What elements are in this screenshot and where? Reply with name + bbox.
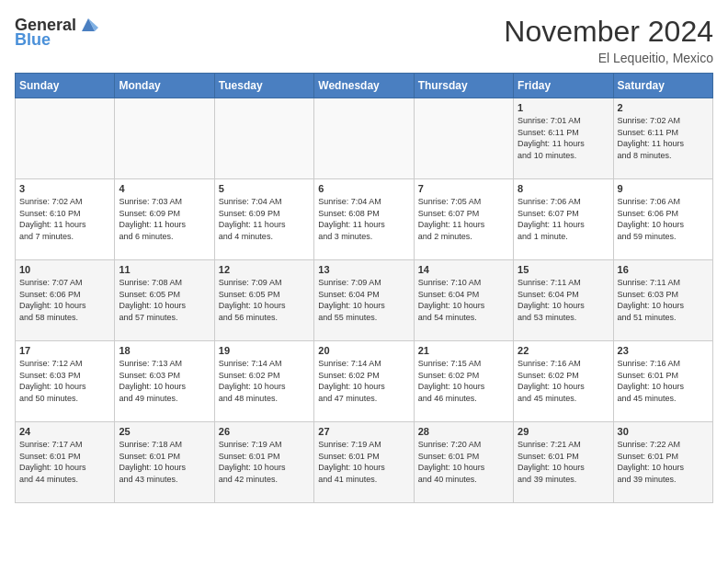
calendar-cell: 6Sunrise: 7:04 AM Sunset: 6:08 PM Daylig…	[314, 179, 414, 260]
day-number: 13	[318, 264, 409, 275]
day-number: 3	[19, 183, 110, 194]
day-info: Sunrise: 7:20 AM Sunset: 6:01 PM Dayligh…	[418, 439, 509, 485]
day-info: Sunrise: 7:05 AM Sunset: 6:07 PM Dayligh…	[418, 196, 509, 242]
calendar-cell: 27Sunrise: 7:19 AM Sunset: 6:01 PM Dayli…	[314, 422, 414, 503]
weekday-header-row: SundayMondayTuesdayWednesdayThursdayFrid…	[16, 74, 713, 98]
day-number: 25	[119, 426, 210, 437]
calendar-cell: 17Sunrise: 7:12 AM Sunset: 6:03 PM Dayli…	[16, 341, 115, 422]
calendar-cell	[414, 98, 513, 179]
calendar-row-3: 17Sunrise: 7:12 AM Sunset: 6:03 PM Dayli…	[16, 341, 713, 422]
weekday-header-sunday: Sunday	[16, 74, 115, 98]
weekday-header-monday: Monday	[115, 74, 214, 98]
logo-blue: Blue	[15, 31, 51, 48]
day-info: Sunrise: 7:12 AM Sunset: 6:03 PM Dayligh…	[19, 358, 110, 404]
calendar-row-0: 1Sunrise: 7:01 AM Sunset: 6:11 PM Daylig…	[16, 98, 713, 179]
calendar-cell: 30Sunrise: 7:22 AM Sunset: 6:01 PM Dayli…	[613, 422, 712, 503]
day-number: 21	[418, 345, 509, 356]
day-info: Sunrise: 7:14 AM Sunset: 6:02 PM Dayligh…	[219, 358, 310, 404]
day-info: Sunrise: 7:04 AM Sunset: 6:08 PM Dayligh…	[318, 196, 409, 242]
calendar-cell: 28Sunrise: 7:20 AM Sunset: 6:01 PM Dayli…	[414, 422, 513, 503]
day-number: 20	[318, 345, 409, 356]
calendar-cell	[115, 98, 214, 179]
calendar-cell: 9Sunrise: 7:06 AM Sunset: 6:06 PM Daylig…	[613, 179, 712, 260]
calendar-cell: 29Sunrise: 7:21 AM Sunset: 6:01 PM Dayli…	[514, 422, 613, 503]
calendar-cell: 16Sunrise: 7:11 AM Sunset: 6:03 PM Dayli…	[613, 260, 712, 341]
day-number: 24	[19, 426, 110, 437]
day-info: Sunrise: 7:11 AM Sunset: 6:03 PM Dayligh…	[618, 277, 709, 323]
day-info: Sunrise: 7:17 AM Sunset: 6:01 PM Dayligh…	[19, 439, 110, 485]
day-number: 1	[518, 102, 609, 113]
day-number: 11	[119, 264, 210, 275]
day-info: Sunrise: 7:21 AM Sunset: 6:01 PM Dayligh…	[518, 439, 609, 485]
day-number: 8	[518, 183, 609, 194]
weekday-header-wednesday: Wednesday	[314, 74, 414, 98]
calendar-cell: 20Sunrise: 7:14 AM Sunset: 6:02 PM Dayli…	[314, 341, 414, 422]
calendar-cell: 25Sunrise: 7:18 AM Sunset: 6:01 PM Dayli…	[115, 422, 214, 503]
calendar-cell: 5Sunrise: 7:04 AM Sunset: 6:09 PM Daylig…	[214, 179, 313, 260]
calendar-row-4: 24Sunrise: 7:17 AM Sunset: 6:01 PM Dayli…	[16, 422, 713, 503]
day-number: 27	[318, 426, 409, 437]
logo-icon	[78, 15, 98, 35]
day-number: 29	[518, 426, 609, 437]
day-number: 16	[618, 264, 709, 275]
calendar-row-2: 10Sunrise: 7:07 AM Sunset: 6:06 PM Dayli…	[16, 260, 713, 341]
day-number: 30	[618, 426, 709, 437]
calendar-cell: 4Sunrise: 7:03 AM Sunset: 6:09 PM Daylig…	[115, 179, 214, 260]
calendar-cell: 12Sunrise: 7:09 AM Sunset: 6:05 PM Dayli…	[214, 260, 313, 341]
day-number: 15	[518, 264, 609, 275]
day-info: Sunrise: 7:02 AM Sunset: 6:10 PM Dayligh…	[19, 196, 110, 242]
day-number: 2	[618, 102, 709, 113]
calendar-table: SundayMondayTuesdayWednesdayThursdayFrid…	[15, 73, 713, 503]
calendar-cell: 13Sunrise: 7:09 AM Sunset: 6:04 PM Dayli…	[314, 260, 414, 341]
day-info: Sunrise: 7:03 AM Sunset: 6:09 PM Dayligh…	[119, 196, 210, 242]
weekday-header-thursday: Thursday	[414, 74, 513, 98]
day-info: Sunrise: 7:10 AM Sunset: 6:04 PM Dayligh…	[418, 277, 509, 323]
day-info: Sunrise: 7:08 AM Sunset: 6:05 PM Dayligh…	[119, 277, 210, 323]
day-number: 28	[418, 426, 509, 437]
calendar-cell: 14Sunrise: 7:10 AM Sunset: 6:04 PM Dayli…	[414, 260, 513, 341]
day-number: 26	[219, 426, 310, 437]
day-info: Sunrise: 7:16 AM Sunset: 6:02 PM Dayligh…	[518, 358, 609, 404]
day-number: 4	[119, 183, 210, 194]
calendar-cell: 26Sunrise: 7:19 AM Sunset: 6:01 PM Dayli…	[214, 422, 313, 503]
day-info: Sunrise: 7:11 AM Sunset: 6:04 PM Dayligh…	[518, 277, 609, 323]
day-number: 9	[618, 183, 709, 194]
calendar-cell: 15Sunrise: 7:11 AM Sunset: 6:04 PM Dayli…	[514, 260, 613, 341]
day-number: 7	[418, 183, 509, 194]
title-block: November 2024 El Lequeitio, Mexico	[504, 15, 713, 65]
logo: General Blue	[15, 15, 98, 48]
weekday-header-tuesday: Tuesday	[214, 74, 313, 98]
day-info: Sunrise: 7:01 AM Sunset: 6:11 PM Dayligh…	[518, 115, 609, 161]
calendar-cell: 3Sunrise: 7:02 AM Sunset: 6:10 PM Daylig…	[16, 179, 115, 260]
weekday-header-saturday: Saturday	[613, 74, 712, 98]
calendar-cell: 10Sunrise: 7:07 AM Sunset: 6:06 PM Dayli…	[16, 260, 115, 341]
day-number: 18	[119, 345, 210, 356]
calendar-cell: 7Sunrise: 7:05 AM Sunset: 6:07 PM Daylig…	[414, 179, 513, 260]
day-info: Sunrise: 7:15 AM Sunset: 6:02 PM Dayligh…	[418, 358, 509, 404]
calendar-cell	[214, 98, 313, 179]
page-header: General Blue November 2024 El Lequeitio,…	[15, 15, 713, 65]
calendar-cell	[314, 98, 414, 179]
day-info: Sunrise: 7:02 AM Sunset: 6:11 PM Dayligh…	[618, 115, 709, 161]
calendar-cell	[16, 98, 115, 179]
location-title: El Lequeitio, Mexico	[504, 51, 713, 65]
day-info: Sunrise: 7:19 AM Sunset: 6:01 PM Dayligh…	[318, 439, 409, 485]
day-number: 14	[418, 264, 509, 275]
day-number: 6	[318, 183, 409, 194]
day-number: 19	[219, 345, 310, 356]
calendar-cell: 11Sunrise: 7:08 AM Sunset: 6:05 PM Dayli…	[115, 260, 214, 341]
day-number: 5	[219, 183, 310, 194]
day-number: 17	[19, 345, 110, 356]
calendar-cell: 23Sunrise: 7:16 AM Sunset: 6:01 PM Dayli…	[613, 341, 712, 422]
calendar-cell: 8Sunrise: 7:06 AM Sunset: 6:07 PM Daylig…	[514, 179, 613, 260]
day-info: Sunrise: 7:09 AM Sunset: 6:05 PM Dayligh…	[219, 277, 310, 323]
day-info: Sunrise: 7:19 AM Sunset: 6:01 PM Dayligh…	[219, 439, 310, 485]
day-number: 12	[219, 264, 310, 275]
day-info: Sunrise: 7:22 AM Sunset: 6:01 PM Dayligh…	[618, 439, 709, 485]
day-info: Sunrise: 7:06 AM Sunset: 6:07 PM Dayligh…	[518, 196, 609, 242]
day-info: Sunrise: 7:14 AM Sunset: 6:02 PM Dayligh…	[318, 358, 409, 404]
day-info: Sunrise: 7:16 AM Sunset: 6:01 PM Dayligh…	[618, 358, 709, 404]
calendar-cell: 2Sunrise: 7:02 AM Sunset: 6:11 PM Daylig…	[613, 98, 712, 179]
month-title: November 2024	[504, 15, 713, 49]
day-number: 10	[19, 264, 110, 275]
